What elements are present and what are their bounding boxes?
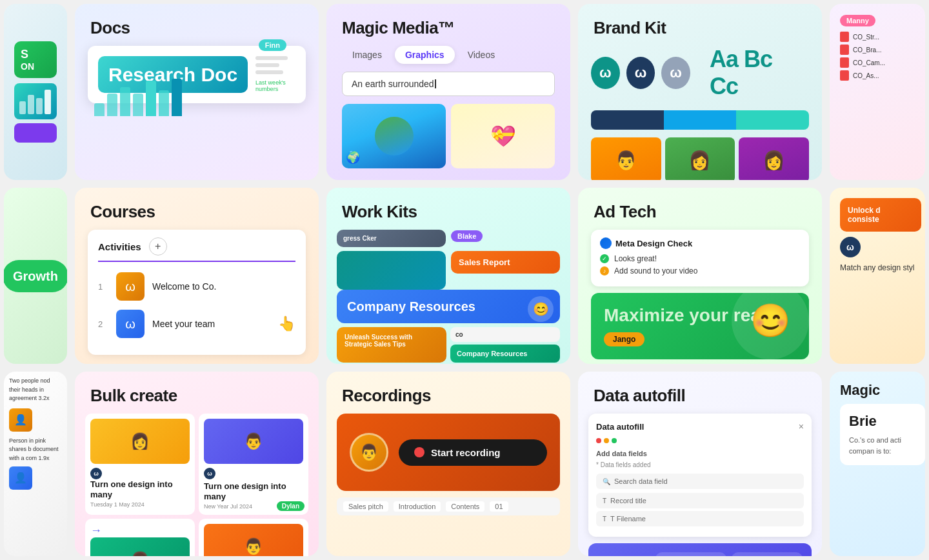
hand-cursor-icon: 👆 [278,315,295,332]
left-partial-card-2: Growth [4,188,67,364]
progress-tracker: gress Cker [337,230,446,247]
bulk-person-1: 👩 [90,419,190,464]
tab-graphics[interactable]: Graphics [395,46,455,64]
co-logo-small: ω [840,237,861,257]
forecast-stat-2: 185k ↗ Q4 FORECAST [732,552,803,556]
meta-check-label: Meta Design Check [615,239,692,248]
search-icon-label: 🔍 [603,478,610,485]
magic-media-search[interactable]: An earth surrounded [342,72,555,96]
search-text: An earth surrounded [352,79,434,89]
manny-badge: Manny [840,15,875,26]
file-icon-1 [840,32,849,42]
color-swatches [591,110,809,130]
match-text: Match any design styl [840,263,925,274]
ad-person-img: 😊 [732,293,809,359]
bulk-co-logo-1: ω [90,468,190,479]
file-item-1: CO_Str... [840,32,925,42]
meta-icon [600,237,612,249]
recordings-content: 👨 Start recording Sales pitch Introducti… [326,414,570,515]
timeline-sales-pitch: Sales pitch [343,501,388,512]
add-activity-btn[interactable]: + [149,237,167,255]
bulk-person-2: 👨 [204,419,303,464]
file-icon-3 [840,57,849,68]
teal-wk-block [337,251,446,290]
swatch-blue [664,110,737,130]
docs-chart [94,77,182,116]
magic-media-title: Magic Media™ [326,4,570,46]
recordings-card: Recordings 👨 Start recording Sales pitch… [326,372,570,556]
data-fields-label: * Data fields added [596,461,804,468]
activities-header: Activities + [98,237,295,262]
forecast-stat-1: 530k ↗ TREND/TOTAL [655,552,726,556]
brand-logo-gray: ω [661,57,690,89]
timeline-contents: Contents [446,501,484,512]
turn-one-label-2: Turn one design into many [204,481,303,501]
field-label-1: Record title [610,497,646,505]
work-kits-card: Work Kits gress Cker Blake Sales Report … [326,188,570,364]
file-name-4: CO_As... [853,72,879,79]
modal-search[interactable]: 🔍 Search data field [596,474,804,489]
file-list: CO_Str... CO_Bra... CO_Cam... CO_As... [840,32,925,81]
hearts-emoji: 💝 [490,124,516,148]
person-mini-row-2: 👤 [9,466,62,490]
blake-badge-wrapper: Blake [451,230,560,247]
work-kits-title: Work Kits [326,188,570,230]
brand-kit-title: Brand Kit [578,4,822,46]
styles-content: Unlock d consiste ω Match any design sty… [830,188,925,274]
bulk-create-card: Bulk create 👩 ω Turn one design into man… [75,372,319,556]
courses-card: Courses Activities + 1 ω Welcome to Co. … [75,188,319,364]
recordings-title: Recordings [326,372,570,414]
add-sound-label: Add sound to your video [614,266,697,275]
add-data-fields-label: Add data fields [596,450,804,457]
person-mini-img-1: 👤 [9,408,32,432]
swatch-teal [736,110,809,130]
timeline-introduction: Introduction [394,501,441,512]
co-logo-bulk-2: ω [204,468,215,479]
co-logo-bulk-1: ω [90,468,102,479]
check-item-1: ✓ Looks great! [600,254,800,263]
tab-videos[interactable]: Videos [457,46,506,64]
brand-logos: ω ω ω Aa Bc Cc [578,46,822,100]
brand-kit-card: Brand Kit ω ω ω Aa Bc Cc 👨 👩 👩 [578,4,822,180]
ad-tech-content: Meta Design Check ✓ Looks great! ♪ Add s… [578,230,822,359]
timeline-num: 01 [490,501,508,512]
modal-close-btn[interactable]: × [799,421,804,432]
s-on-badge: S ON [14,41,57,78]
meta-check-title: Meta Design Check [600,237,800,249]
rec-avatar: 👨 [350,433,388,472]
start-recording-btn[interactable]: Start recording [399,439,547,466]
image-grid: 🌍 💝 [326,104,570,168]
bulk-text-1: ω Turn one design into many Tuesday 1 Ma… [90,468,190,508]
course-num-1: 1 [98,282,108,292]
brand-photo-2: 👩 [665,137,735,180]
teal-box [14,83,57,119]
recording-player: 👨 Start recording [337,414,560,491]
wk-right-col: Blake Sales Report [451,230,560,290]
last-week-label: Last week's numbers [255,79,295,92]
wk-person-thumb: 😊 [528,296,554,322]
course-label-1: Welcome to Co. [152,281,216,292]
unlock-card: Unlock d consiste [840,198,921,232]
bulk-person-4: 👨 [204,524,303,556]
tab-images[interactable]: Images [342,46,392,64]
modal-field-1: T Record title [596,493,804,508]
file-icon-4 [840,70,849,81]
bulk-co-logo-2: ω [204,468,303,479]
courses-title: Courses [75,188,319,230]
rec-dot-icon [414,447,425,457]
wk-left-col: gress Cker [337,230,446,290]
maximize-box: Maximize your reach Jango 😊 [591,293,809,359]
sales-report-card: Sales Report [451,251,560,274]
earth-image: 🌍 [342,104,446,168]
brief-card: Brie Co.'s co and acti compan is to: [840,404,925,465]
person-mini-img-2: 👤 [9,466,32,490]
modal-dots [596,438,804,443]
co-logo-row: ω [840,237,925,257]
styles-partial-card: Unlock d consiste ω Match any design sty… [830,188,925,364]
earth-circle [375,117,414,155]
check-circle-1: ✓ [600,254,609,263]
purple-block [14,123,57,143]
music-note-icon: ♪ [600,266,609,275]
meta-check-box: Meta Design Check ✓ Looks great! ♪ Add s… [591,230,809,286]
data-autofill-content: Data autofill × Add data fields * Data f… [578,414,822,556]
